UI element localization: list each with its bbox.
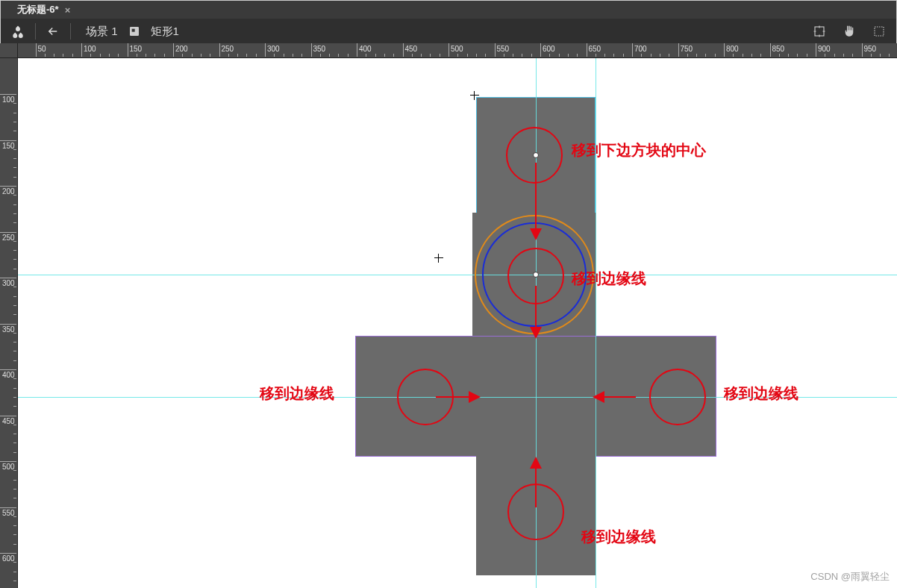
registration-cross-icon	[434, 254, 443, 263]
toolbar-divider	[35, 23, 36, 40]
document-tab[interactable]: 无标题-6* ×	[10, 1, 78, 19]
breadcrumb-shape[interactable]: 矩形1	[151, 25, 179, 39]
annotation-circle	[507, 484, 564, 540]
back-icon[interactable]	[42, 22, 64, 41]
close-icon[interactable]: ×	[65, 4, 71, 16]
view-tools	[808, 22, 890, 41]
annotation-arrows	[18, 58, 897, 588]
annotation-circle	[397, 369, 454, 425]
annotation-label: 移到边缘线	[260, 384, 334, 404]
annotation-label: 移到边缘线	[724, 384, 798, 404]
svg-rect-1	[131, 29, 134, 32]
breadcrumb-scene[interactable]: 场景 1	[86, 25, 118, 39]
annotation-circle	[506, 127, 563, 184]
annotation-label: 移到边缘线	[572, 269, 646, 289]
svg-rect-2	[815, 27, 824, 36]
registration-cross-icon	[470, 91, 479, 100]
document-tab-bar: 无标题-6* ×	[1, 1, 896, 19]
center-stage-icon[interactable]	[808, 22, 831, 41]
stage[interactable]: 移到下边方块的中心 移到边缘线 移到边缘线 移到边缘线 移到边缘线 CSDN @…	[18, 58, 897, 588]
annotation-label: 移到下边方块的中心	[572, 140, 706, 160]
ruler-vertical[interactable]: 100150200250300350400450500550600	[0, 58, 18, 588]
ruler-corner	[0, 43, 18, 58]
canvas[interactable]: 移到下边方块的中心 移到边缘线 移到边缘线 移到边缘线 移到边缘线 CSDN @…	[18, 58, 897, 588]
breadcrumb: 场景 1 矩形1	[86, 25, 179, 39]
hand-tool-icon[interactable]	[838, 22, 860, 41]
document-title: 无标题-6*	[17, 3, 59, 16]
annotation-circle	[507, 248, 564, 304]
guide-line-v[interactable]	[596, 58, 596, 588]
toolbar-divider	[70, 23, 71, 40]
watermark: CSDN @雨翼轻尘	[810, 570, 890, 584]
annotation-label: 移到边缘线	[581, 527, 656, 547]
ruler-horizontal[interactable]: 5010015020025030035040045050055060065070…	[18, 43, 897, 58]
svg-rect-3	[875, 27, 884, 36]
scene-icon[interactable]	[7, 22, 29, 41]
symbol-icon	[128, 25, 140, 37]
annotation-circle	[649, 369, 706, 425]
edit-bar: 场景 1 矩形1	[1, 19, 896, 44]
clip-content-icon[interactable]	[868, 22, 890, 41]
guide-line-h[interactable]	[18, 275, 897, 275]
